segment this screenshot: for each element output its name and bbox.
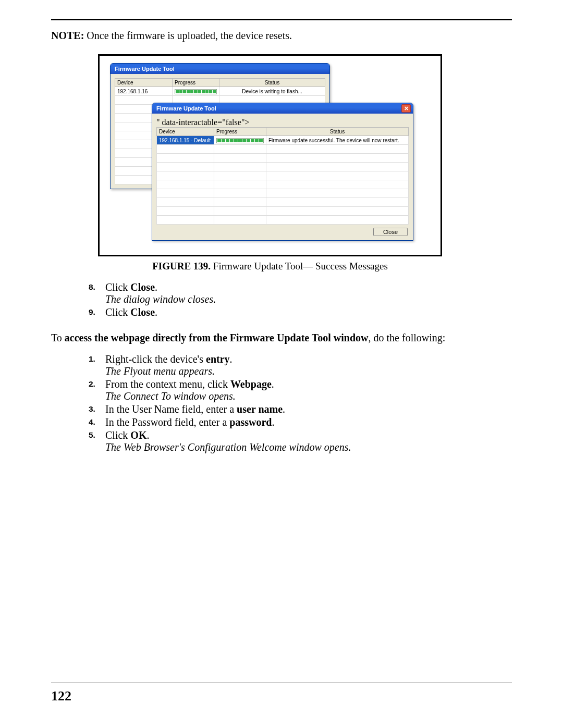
step-bold: user name xyxy=(237,403,283,415)
body-paragraph: To access the webpage directly from the … xyxy=(51,332,512,344)
window-titlebar[interactable]: Firmware Update Tool ✕ xyxy=(152,103,413,114)
step-text-pre: In the User Name field, enter a xyxy=(105,403,237,415)
step-number: 8. xyxy=(89,282,95,292)
steps-list-b: 1. Right-click the device's entry. The F… xyxy=(51,353,512,453)
step-number: 1. xyxy=(89,354,95,364)
step-result: The dialog window closes. xyxy=(105,293,512,305)
step-number: 4. xyxy=(89,417,95,427)
step-bold: OK xyxy=(130,429,146,441)
step-text-pre: Click xyxy=(105,429,130,441)
document-page: NOTE: Once the firmware is uploaded, the… xyxy=(0,0,563,728)
step-text-post: . xyxy=(272,378,274,390)
cell-device: 192.168.1.16 xyxy=(115,87,173,96)
progress-bar xyxy=(216,138,264,143)
step-bold: Webpage xyxy=(230,378,272,390)
progress-bar xyxy=(175,89,217,94)
page-number: 122 xyxy=(51,688,512,704)
step-bold: Close xyxy=(130,281,155,293)
step-text-pre: In the Password field, enter a xyxy=(105,416,229,428)
para-post: , do the following: xyxy=(369,332,446,343)
col-device[interactable]: Device xyxy=(115,79,173,87)
col-device[interactable]: Device xyxy=(157,128,214,136)
close-icon[interactable]: ✕ xyxy=(401,104,411,113)
table-header-row: Device Progress Status xyxy=(157,128,409,136)
note-line: NOTE: Once the firmware is uploaded, the… xyxy=(51,30,512,42)
window-body: " data-interactable="false"> Device Prog… xyxy=(152,114,413,240)
figure-caption-text: Firmware Update Tool— Success Messages xyxy=(211,261,388,272)
cell-device: 192.168.1.15 - Default xyxy=(157,136,214,145)
figure-caption-prefix: FIGURE 139. xyxy=(152,261,211,272)
list-item: 1. Right-click the device's entry. The F… xyxy=(89,353,512,377)
col-status[interactable]: Status xyxy=(219,79,325,87)
note-label: NOTE: xyxy=(51,30,84,41)
table-header-row: Device Progress Status xyxy=(115,79,325,87)
col-progress[interactable]: Progress xyxy=(214,128,266,136)
col-progress[interactable]: Progress xyxy=(173,79,219,87)
bottom-rule xyxy=(51,683,512,683)
step-number: 5. xyxy=(89,430,95,440)
para-bold: access the webpage directly from the Fir… xyxy=(65,332,369,343)
list-item: 2. From the context menu, click Webpage.… xyxy=(89,378,512,402)
step-text-post: . xyxy=(155,281,157,293)
figure-frame: Firmware Update Tool Device Progress Sta… xyxy=(98,54,442,256)
list-item: 4. In the Password field, enter a passwo… xyxy=(89,416,512,428)
table-row[interactable]: 192.168.1.15 - Default Firmware update s… xyxy=(157,136,409,145)
step-text-pre: Right-click the device's xyxy=(105,353,206,365)
step-number: 3. xyxy=(89,404,95,414)
list-item: 9. Click Close. xyxy=(89,306,512,318)
step-bold: entry xyxy=(206,353,230,365)
step-text-post: . xyxy=(230,353,232,365)
window-title: Firmware Update Tool xyxy=(156,105,216,112)
progress-table: Device Progress Status 192.168.1.15 - De… xyxy=(156,127,409,225)
button-row: Close xyxy=(156,225,409,236)
steps-list-a: 8. Click Close. The dialog window closes… xyxy=(51,281,512,318)
col-status[interactable]: Status xyxy=(266,128,409,136)
list-item: 8. Click Close. The dialog window closes… xyxy=(89,281,512,305)
step-text-post: . xyxy=(283,403,285,415)
top-rule xyxy=(51,19,512,20)
cell-progress xyxy=(173,87,219,96)
step-result: The Web Browser's Configuration Welcome … xyxy=(105,441,512,453)
step-text-post: . xyxy=(272,416,274,428)
para-pre: To xyxy=(51,332,65,343)
cell-status: Device is writing to flash... xyxy=(219,87,325,96)
list-item: 3. In the User Name field, enter a user … xyxy=(89,403,512,415)
note-text: Once the firmware is uploaded, the devic… xyxy=(84,30,292,41)
step-text-pre: Click xyxy=(105,306,130,318)
step-text-pre: Click xyxy=(105,281,130,293)
step-result: The Connect To window opens. xyxy=(105,390,512,402)
page-footer: 122 xyxy=(51,683,512,704)
step-number: 2. xyxy=(89,379,95,389)
window-titlebar[interactable]: Firmware Update Tool xyxy=(111,64,329,74)
firmware-window-front: Firmware Update Tool ✕ " data-interactab… xyxy=(152,103,413,241)
cell-progress xyxy=(214,136,266,145)
figure-caption: FIGURE 139. Firmware Update Tool— Succes… xyxy=(98,261,442,272)
step-bold: password xyxy=(229,416,272,428)
list-item: 5. Click OK. The Web Browser's Configura… xyxy=(89,429,512,453)
step-result: The Flyout menu appears. xyxy=(105,365,512,377)
window-title: Firmware Update Tool xyxy=(115,66,175,72)
table-row[interactable]: 192.168.1.16 Device is writing to flash.… xyxy=(115,87,325,96)
close-button[interactable]: Close xyxy=(373,228,408,236)
step-text-post: . xyxy=(155,306,157,318)
step-text-post: . xyxy=(146,429,149,441)
figure: Firmware Update Tool Device Progress Sta… xyxy=(98,54,442,272)
step-bold: Close xyxy=(130,306,155,318)
step-text-pre: From the context menu, click xyxy=(105,378,230,390)
step-number: 9. xyxy=(89,307,95,317)
cell-status: Firmware update successful. The device w… xyxy=(266,136,409,145)
